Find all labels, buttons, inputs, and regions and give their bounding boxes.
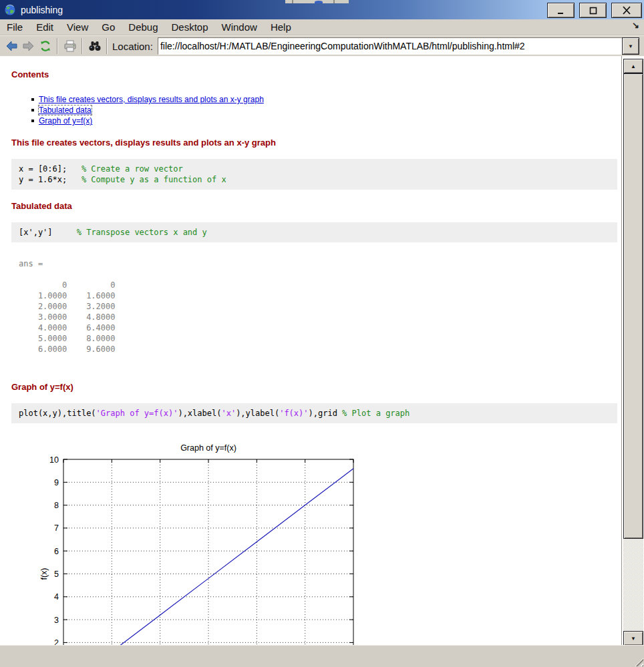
scroll-down-icon: ▼ — [631, 636, 636, 642]
contents-heading: Contents — [11, 69, 621, 79]
dropdown-arrow-icon: ▼ — [628, 43, 633, 49]
menu-desktop[interactable]: Desktop — [165, 21, 215, 33]
location-combobox: ▼ — [158, 37, 639, 55]
menu-bar-items: FileEditViewGoDebugDesktopWindowHelp — [0, 21, 298, 33]
scrollbar-track[interactable] — [623, 73, 643, 631]
code-block: x = [0:6]; % Create a row vector y = 1.6… — [11, 159, 617, 190]
menu-window[interactable]: Window — [215, 21, 264, 33]
section-heading: Graph of y=f(x) — [11, 382, 621, 392]
close-button[interactable] — [611, 3, 642, 18]
svg-text:4: 4 — [54, 592, 59, 602]
toolbar-separator — [106, 38, 108, 54]
window-title: publishing — [21, 5, 63, 15]
toolbar-separator — [57, 38, 58, 54]
code-block: plot(x,y),title('Graph of y=f(x)'),xlabe… — [11, 403, 617, 423]
svg-text:8: 8 — [54, 501, 59, 510]
menu-view[interactable]: View — [60, 21, 95, 33]
toc-item: Tabulated data — [31, 105, 621, 116]
vertical-scrollbar[interactable]: ▲ ▼ — [623, 56, 643, 646]
svg-text:10: 10 — [49, 455, 59, 465]
menu-help[interactable]: Help — [264, 21, 298, 33]
toc-item: This file creates vectors, displays resu… — [31, 94, 621, 105]
code-block: [x',y'] % Transpose vectors x and y — [11, 222, 617, 242]
svg-text:6: 6 — [54, 547, 59, 556]
toc-list: This file creates vectors, displays resu… — [31, 94, 621, 126]
forward-button[interactable] — [21, 38, 36, 54]
location-dropdown-button[interactable]: ▼ — [622, 37, 639, 55]
menu-go[interactable]: Go — [95, 21, 122, 33]
browser-toolbar: Location: ▼ — [0, 35, 644, 56]
undock-icon[interactable]: ↘ — [632, 20, 639, 30]
scrollbar-thumb[interactable] — [623, 73, 643, 539]
find-button[interactable] — [87, 38, 102, 54]
svg-text:3: 3 — [54, 616, 59, 625]
menu-edit[interactable]: Edit — [29, 21, 60, 33]
toc-link[interactable]: Graph of y=f(x) — [39, 116, 92, 126]
bottom-status-bar — [0, 645, 644, 667]
figure-svg: 2345678910Graph of y=f(x)f(x) — [0, 440, 374, 646]
scroll-up-button[interactable]: ▲ — [623, 59, 643, 73]
window-controls — [547, 3, 642, 18]
maximize-button[interactable] — [579, 3, 607, 18]
globe-icon — [4, 4, 16, 16]
background-window-icon — [315, 1, 323, 3]
location-label: Location: — [112, 41, 153, 52]
resize-grip-icon[interactable] — [632, 655, 643, 666]
menu-debug[interactable]: Debug — [122, 21, 164, 33]
code-output: ans = 0 0 1.0000 1.6000 2.0000 3.2000 3.… — [19, 258, 621, 355]
refresh-button[interactable] — [37, 38, 53, 54]
toc-item: Graph of y=f(x) — [31, 116, 621, 126]
browser-content: Contents This file creates vectors, disp… — [0, 56, 622, 646]
toc-link[interactable]: This file creates vectors, displays resu… — [39, 95, 264, 104]
sections: This file creates vectors, displays resu… — [0, 138, 621, 423]
menu-file[interactable]: File — [0, 21, 29, 33]
section-heading: This file creates vectors, displays resu… — [11, 138, 621, 148]
svg-text:f(x): f(x) — [39, 568, 49, 580]
toolbar-separator — [82, 38, 83, 54]
menu-bar: FileEditViewGoDebugDesktopWindowHelp ↘ — [0, 19, 644, 35]
matlab-web-browser-window: publishing FileEditViewGoDebugDesktopWin… — [0, 0, 644, 667]
figure: 2345678910Graph of y=f(x)f(x) — [0, 440, 621, 646]
minimize-button[interactable] — [547, 3, 575, 18]
toc-link[interactable]: Tabulated data — [39, 105, 92, 115]
location-input[interactable] — [158, 38, 623, 54]
svg-text:5: 5 — [54, 570, 59, 579]
svg-text:Graph of y=f(x): Graph of y=f(x) — [180, 443, 236, 453]
background-window-edge — [333, 0, 335, 3]
background-window-edge — [292, 0, 293, 3]
section-heading: Tabulated data — [11, 201, 621, 211]
scroll-down-button[interactable]: ▼ — [623, 631, 643, 646]
back-button[interactable] — [4, 38, 19, 54]
svg-text:7: 7 — [54, 523, 59, 533]
svg-text:9: 9 — [54, 478, 59, 487]
print-button[interactable] — [62, 38, 77, 54]
scroll-up-icon: ▲ — [631, 63, 636, 69]
background-window-sliver — [285, 0, 349, 3]
